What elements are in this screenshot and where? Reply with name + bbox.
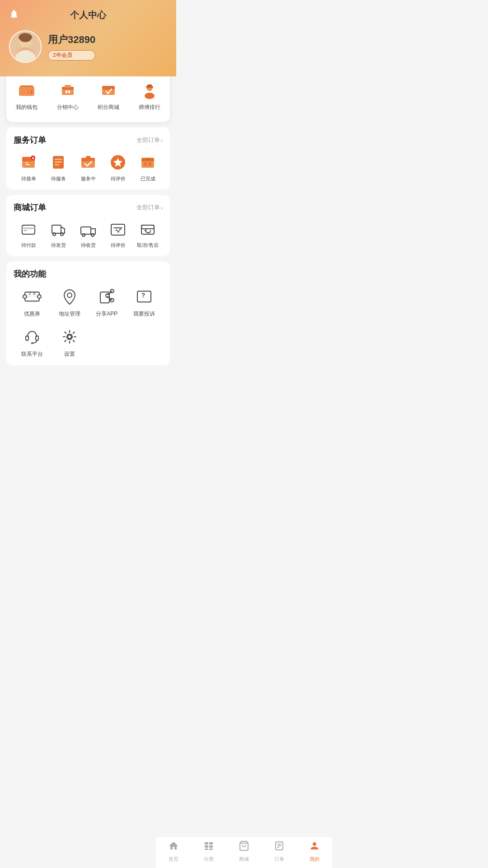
- svg-rect-19: [102, 86, 115, 90]
- points-icon: [99, 80, 118, 100]
- user-info: 用户32890 2年会员: [9, 30, 167, 63]
- settings-icon: [60, 327, 80, 347]
- svg-rect-27: [26, 164, 29, 165]
- my-functions-title: 我的功能: [14, 269, 46, 279]
- mall-label-pending-comment: 待评价: [111, 242, 126, 249]
- order-label-in-service: 服务中: [81, 175, 96, 182]
- user-details: 用户32890 2年会员: [48, 33, 95, 61]
- address-icon: [60, 287, 80, 307]
- quick-actions-card: 我的钱包 分销中心: [6, 69, 170, 122]
- order-item-pending-accept[interactable]: 待接单: [14, 153, 43, 182]
- order-item-completed[interactable]: 已完成: [133, 153, 163, 182]
- svg-point-5: [19, 35, 31, 42]
- svg-point-48: [53, 233, 56, 236]
- svg-rect-34: [81, 158, 95, 161]
- svg-rect-57: [141, 225, 154, 229]
- svg-rect-44: [22, 225, 35, 234]
- pending-ship-icon: [49, 220, 67, 238]
- svg-rect-46: [24, 230, 27, 231]
- quick-item-master-rank[interactable]: 师傅排行: [129, 77, 170, 114]
- func-item-share-app[interactable]: 分享APP: [88, 287, 126, 318]
- quick-item-wallet[interactable]: 我的钱包: [6, 77, 47, 114]
- share-app-icon: [97, 287, 117, 307]
- svg-rect-72: [36, 336, 38, 340]
- mall-item-pending-ship[interactable]: 待发货: [43, 220, 73, 249]
- func-item-settings[interactable]: 设置: [51, 327, 89, 358]
- svg-point-75: [68, 335, 71, 339]
- quick-label-points: 积分商城: [98, 104, 119, 111]
- svg-rect-47: [52, 225, 61, 233]
- svg-rect-35: [86, 156, 90, 158]
- quick-actions-grid: 我的钱包 分销中心: [6, 77, 170, 114]
- svg-rect-16: [66, 90, 67, 93]
- username: 用户32890: [48, 33, 95, 47]
- svg-rect-26: [26, 162, 28, 163]
- pending-accept-icon: [19, 153, 38, 172]
- coupon-icon: 优 惠: [22, 287, 42, 307]
- svg-point-49: [61, 233, 63, 236]
- func-label-coupon: 优惠券: [24, 310, 40, 318]
- service-orders-more[interactable]: 全部订单 ›: [136, 136, 163, 144]
- page-title: 个人中心: [70, 9, 106, 21]
- quick-label-wallet: 我的钱包: [16, 104, 38, 111]
- functions-grid: 优 惠 优惠券 地址管理: [14, 287, 163, 358]
- svg-rect-43: [149, 165, 151, 165]
- mall-label-pending-receive: 待收货: [81, 242, 96, 249]
- pending-pay-icon: [19, 220, 38, 238]
- complaint-icon: ?: [134, 287, 154, 307]
- func-item-contact[interactable]: 联系平台: [14, 327, 51, 358]
- in-service-icon: [79, 153, 98, 172]
- service-orders-title: 服务订单: [14, 135, 46, 146]
- svg-rect-71: [26, 336, 28, 340]
- bell-icon[interactable]: [9, 9, 19, 22]
- cancel-after-icon: [139, 220, 157, 238]
- mall-label-pending-pay: 待付款: [21, 242, 36, 249]
- svg-rect-50: [81, 227, 91, 234]
- svg-rect-41: [149, 163, 151, 164]
- pending-service-icon: [49, 153, 68, 172]
- func-item-address[interactable]: 地址管理: [51, 287, 89, 318]
- func-item-complaint[interactable]: ? 我要投诉: [126, 287, 163, 318]
- svg-rect-40: [144, 163, 147, 164]
- quick-label-master-rank: 师傅排行: [139, 104, 160, 111]
- svg-marker-39: [146, 159, 150, 160]
- order-item-pending-review[interactable]: 待评价: [103, 153, 133, 182]
- service-orders-grid: 待接单 待服务: [14, 153, 163, 182]
- header: 个人中心: [0, 0, 176, 76]
- wallet-icon: [17, 80, 37, 100]
- svg-text:优: 优: [28, 292, 31, 295]
- svg-rect-42: [144, 165, 147, 165]
- func-label-contact: 联系平台: [21, 350, 43, 358]
- svg-text:惠: 惠: [33, 292, 36, 295]
- quick-item-points[interactable]: 积分商城: [88, 77, 129, 114]
- mall-item-cancel-after[interactable]: 取消/售后: [133, 220, 163, 249]
- pending-receive-icon: [79, 220, 97, 238]
- mall-item-pending-comment[interactable]: 待评价: [103, 220, 133, 249]
- order-item-in-service[interactable]: 服务中: [73, 153, 103, 182]
- order-item-pending-service[interactable]: 待服务: [43, 153, 73, 182]
- func-item-coupon[interactable]: 优 惠 优惠券: [14, 287, 51, 318]
- mall-label-cancel-after: 取消/售后: [137, 242, 158, 249]
- my-functions-section: 我的功能 优 惠 优惠券: [6, 261, 170, 365]
- mall-orders-title: 商城订单: [14, 202, 46, 213]
- svg-rect-31: [55, 161, 62, 163]
- pending-review-icon: [108, 153, 127, 172]
- member-badge: 2年会员: [48, 50, 95, 61]
- order-label-pending-accept: 待接单: [21, 175, 36, 182]
- func-label-address: 地址管理: [59, 310, 80, 318]
- func-label-complaint: 我要投诉: [133, 310, 155, 318]
- mall-orders-more[interactable]: 全部订单 ›: [136, 203, 163, 212]
- quick-item-distribution[interactable]: 分销中心: [47, 77, 89, 114]
- svg-point-64: [67, 293, 72, 297]
- order-label-pending-review: 待评价: [111, 175, 126, 182]
- svg-point-73: [31, 342, 33, 344]
- pending-comment-icon: [109, 220, 127, 238]
- func-label-settings: 设置: [64, 350, 75, 358]
- avatar[interactable]: [9, 30, 42, 63]
- mall-label-pending-ship: 待发货: [51, 242, 66, 249]
- order-label-completed: 已完成: [141, 175, 155, 182]
- svg-rect-15: [65, 85, 71, 88]
- mall-item-pending-pay[interactable]: 待付款: [14, 220, 43, 249]
- mall-orders-grid: 待付款 待发货: [14, 220, 163, 249]
- mall-item-pending-receive[interactable]: 待收货: [73, 220, 103, 249]
